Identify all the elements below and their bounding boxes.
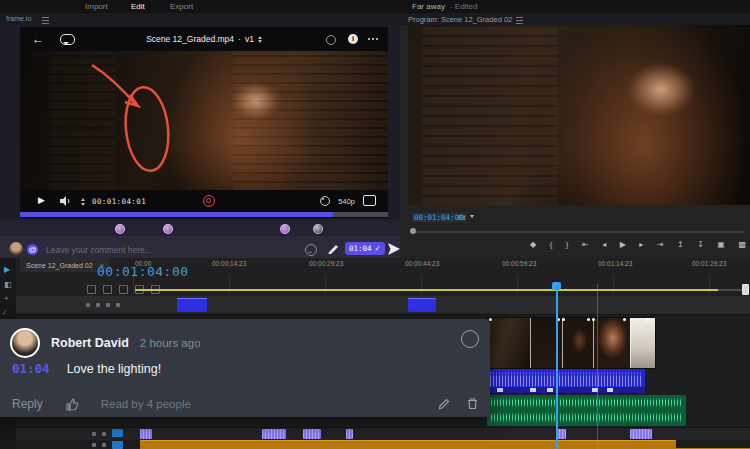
audio-clip-a2[interactable] (487, 395, 686, 426)
extract-icon[interactable]: ↧ (697, 240, 704, 249)
annotation-drawing (20, 51, 388, 190)
audio-clip-a1[interactable] (487, 369, 645, 393)
add-marker-icon[interactable]: ◆ (530, 240, 536, 249)
snap-icon[interactable] (87, 285, 96, 294)
reply-button[interactable]: Reply (12, 397, 43, 411)
annotation-color-icon[interactable] (203, 195, 215, 207)
project-status: - Edited (450, 2, 478, 11)
player-controls: ▶ 00:01:04:01 540p (20, 190, 388, 212)
program-panel-menu-icon[interactable] (516, 17, 523, 24)
review-video-frame[interactable] (20, 51, 388, 190)
comment-marker[interactable] (313, 224, 323, 234)
ripple-edit-tool-icon[interactable]: ◧ (4, 280, 12, 289)
ruler-label: 00:00:29:23 (309, 260, 343, 267)
timestamp-badge[interactable]: 01:04 ✓ (345, 242, 385, 255)
marker-icon[interactable] (119, 285, 128, 294)
work-area-bar[interactable] (135, 289, 718, 291)
timeline-clip[interactable] (177, 298, 207, 312)
progress-fill (20, 212, 333, 217)
timeline-clip[interactable] (140, 429, 152, 439)
brick-wall-texture (422, 25, 559, 205)
comment-timestamp-link[interactable]: 01:04 (12, 361, 50, 376)
mark-in-icon[interactable]: { (550, 240, 553, 249)
lift-icon[interactable]: ↥ (677, 240, 684, 249)
comparison-view-icon[interactable]: ▩ (738, 240, 746, 249)
program-monitor-title: Program: Scene 12_Graded 02 (408, 15, 512, 24)
pen-tool-icon[interactable]: ⁄ (4, 308, 5, 317)
status-ring-icon[interactable] (326, 35, 336, 45)
commenter-name[interactable]: Robert David (51, 336, 129, 350)
audio-clip-music[interactable] (140, 440, 676, 448)
comment-time-ago: 2 hours ago (140, 337, 201, 349)
timeline-clip[interactable] (303, 429, 321, 439)
selection-tool-icon[interactable]: ▶ (4, 265, 10, 274)
volume-icon[interactable] (60, 196, 71, 206)
edit-point-line (597, 284, 598, 449)
zoom-level-dropdown[interactable]: Fit (458, 214, 474, 221)
clip-marker-dot (587, 318, 590, 321)
user-avatar (9, 242, 23, 256)
settings-gear-icon[interactable] (320, 196, 330, 206)
slip-tool-icon[interactable]: + (4, 294, 9, 303)
track-target-button[interactable] (112, 441, 123, 449)
read-receipt[interactable]: Read by 4 people (101, 398, 191, 410)
tab-edit[interactable]: Edit (131, 2, 145, 11)
comment-input[interactable]: Leave your comment here... (46, 245, 152, 255)
player-timecode[interactable]: 00:01:04:01 (92, 197, 146, 206)
timeline-clip[interactable] (630, 429, 652, 439)
track-target-button[interactable] (112, 429, 123, 437)
sequence-end-marker (742, 284, 749, 295)
work-area-bar-end (718, 289, 745, 291)
more-options-icon[interactable] (368, 38, 378, 40)
comment-marker[interactable] (280, 224, 290, 234)
edit-comment-icon[interactable] (438, 397, 451, 410)
commenter-avatar[interactable] (10, 328, 40, 358)
ruler-label: 00:01:29:23 (692, 260, 726, 267)
play-icon[interactable]: ▶ (38, 195, 45, 205)
play-button-icon[interactable]: ▶ (620, 240, 626, 249)
clip-marker-dot (489, 318, 492, 321)
tab-import[interactable]: Import (85, 2, 108, 11)
panel-menu-icon[interactable] (42, 17, 49, 24)
track-header-icons[interactable] (92, 443, 106, 447)
info-icon[interactable]: i (348, 34, 358, 44)
send-icon[interactable] (388, 243, 400, 255)
draw-annotation-icon[interactable] (327, 242, 339, 254)
timecode-stepper-icon[interactable] (81, 196, 85, 208)
video-clip-filmstrip[interactable] (487, 317, 656, 369)
timeline-clip[interactable] (408, 298, 436, 312)
player-progress-bar[interactable] (20, 212, 388, 217)
version-selector-icon[interactable] (258, 34, 262, 45)
comment-marker[interactable] (163, 224, 173, 234)
program-video-frame[interactable] (408, 25, 750, 205)
scrubber-playhead[interactable] (410, 228, 416, 234)
timeline-clip[interactable] (346, 429, 353, 439)
playhead-handle[interactable] (552, 282, 561, 290)
go-to-out-icon[interactable]: ⇥ (657, 240, 664, 249)
like-icon[interactable] (65, 397, 79, 411)
complete-checkbox[interactable] (461, 330, 479, 348)
comment-marker[interactable] (115, 224, 125, 234)
go-to-in-icon[interactable]: ⇤ (582, 240, 589, 249)
timeline-ruler[interactable] (133, 275, 750, 295)
export-frame-icon[interactable]: ▣ (717, 240, 725, 249)
delete-comment-icon[interactable] (466, 397, 479, 410)
emoji-icon[interactable] (305, 244, 317, 256)
program-scrubber[interactable] (410, 231, 744, 233)
review-panel: ← Scene 12_Graded.mp4 · v1 i (0, 25, 400, 262)
track-header-icons[interactable] (86, 303, 120, 307)
fullscreen-icon[interactable] (363, 195, 376, 206)
ruler-label: 00:00:59:23 (502, 260, 536, 267)
step-back-icon[interactable]: ◂ (602, 240, 606, 249)
linked-selection-icon[interactable] (103, 285, 112, 294)
video-editor-app: Import Edit Export Far away- Edited fram… (0, 0, 750, 449)
timeline-clip[interactable] (262, 429, 286, 439)
mark-out-icon[interactable]: } (566, 240, 569, 249)
mention-icon[interactable]: @ (27, 244, 38, 255)
quality-selector[interactable]: 540p (338, 197, 355, 206)
video-track-v2 (16, 296, 750, 315)
tab-export[interactable]: Export (170, 2, 193, 11)
frameio-panel-title: frame.io (6, 15, 31, 22)
step-forward-icon[interactable]: ▸ (639, 240, 643, 249)
playhead-line[interactable] (556, 282, 558, 449)
